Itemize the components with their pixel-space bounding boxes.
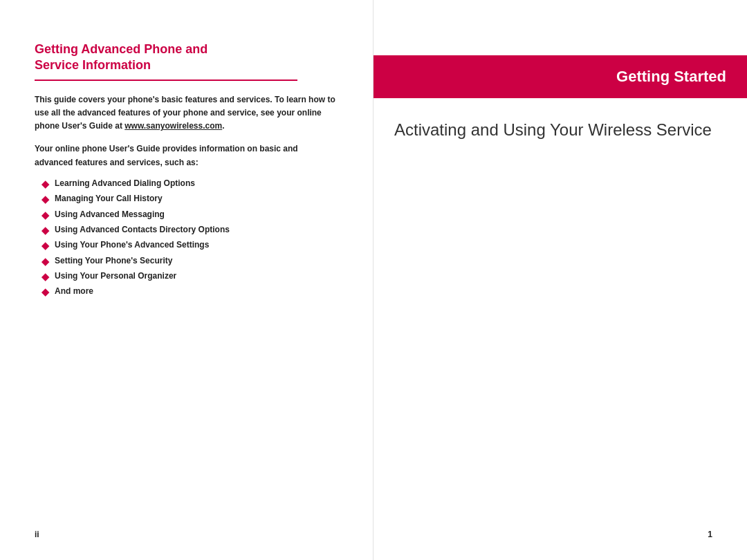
list-item: ◆Managing Your Call History: [42, 192, 338, 207]
bullet-diamond-icon: ◆: [42, 284, 49, 299]
list-item: ◆Using Advanced Messaging: [42, 207, 338, 223]
feature-list: ◆Learning Advanced Dialing Options◆Manag…: [42, 176, 338, 300]
left-page: Getting Advanced Phone and Service Infor…: [0, 0, 374, 560]
page-title: Getting Advanced Phone and Service Infor…: [35, 41, 338, 74]
list-item: ◆Learning Advanced Dialing Options: [42, 176, 338, 192]
right-subtitle: Activating and Using Your Wireless Servi…: [374, 98, 747, 161]
bullet-diamond-icon: ◆: [42, 269, 49, 284]
title-divider: [35, 80, 297, 81]
bullet-diamond-icon: ◆: [42, 254, 49, 269]
intro-paragraph-2: Your online phone User's Guide provides …: [35, 142, 338, 169]
list-item-text: Using Your Phone's Advanced Settings: [55, 238, 209, 252]
list-item-text: Setting Your Phone's Security: [55, 254, 172, 268]
list-item: ◆Setting Your Phone's Security: [42, 254, 338, 269]
list-item: ◆Using Your Personal Organizer: [42, 269, 338, 284]
bullet-diamond-icon: ◆: [42, 176, 49, 192]
getting-started-banner: Getting Started: [374, 55, 747, 98]
right-page: Getting Started Activating and Using You…: [374, 0, 747, 560]
list-item-text: And more: [55, 284, 93, 298]
list-item: ◆Using Advanced Contacts Directory Optio…: [42, 223, 338, 238]
intro-paragraph-1: This guide covers your phone's basic fea…: [35, 93, 338, 133]
bullet-diamond-icon: ◆: [42, 192, 49, 207]
list-item-text: Using Advanced Contacts Directory Option…: [55, 223, 230, 236]
page-number-left: ii: [35, 530, 39, 539]
banner-title: Getting Started: [616, 68, 726, 85]
page-number-right: 1: [708, 530, 712, 539]
website-link[interactable]: www.sanyowireless.com: [124, 121, 222, 131]
list-item-text: Using Your Personal Organizer: [55, 269, 176, 283]
list-item-text: Learning Advanced Dialing Options: [55, 176, 195, 190]
list-item-text: Using Advanced Messaging: [55, 207, 165, 221]
bullet-diamond-icon: ◆: [42, 223, 49, 238]
list-item-text: Managing Your Call History: [55, 192, 163, 205]
bullet-diamond-icon: ◆: [42, 238, 49, 253]
list-item: ◆Using Your Phone's Advanced Settings: [42, 238, 338, 253]
list-item: ◆And more: [42, 284, 338, 299]
bullet-diamond-icon: ◆: [42, 207, 49, 223]
